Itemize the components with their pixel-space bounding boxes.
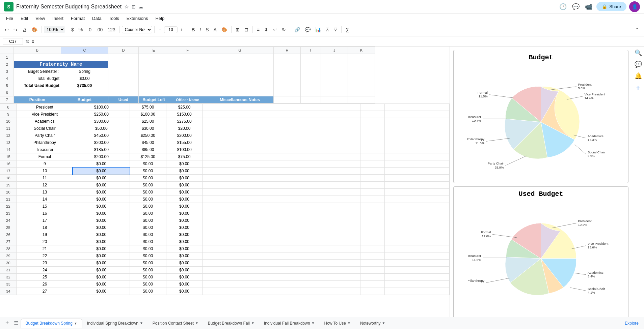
- cell-H2[interactable]: [274, 61, 301, 68]
- cloud-icon[interactable]: ☁: [138, 4, 143, 9]
- dec-decrease-button[interactable]: .0: [85, 26, 93, 34]
- strikethrough-button[interactable]: S: [204, 26, 211, 34]
- cell-J2[interactable]: [321, 61, 348, 68]
- col-header-C[interactable]: C: [61, 47, 108, 54]
- col-header-I[interactable]: I: [301, 47, 321, 54]
- sheet-menu-button[interactable]: ☰: [12, 319, 21, 328]
- dec-increase-button[interactable]: .00: [94, 26, 105, 34]
- align-v-button[interactable]: ⬍: [262, 26, 270, 34]
- tab-arrow-individual-fall[interactable]: ▼: [312, 321, 315, 325]
- cell-I5[interactable]: [301, 82, 321, 89]
- col-header-B[interactable]: B: [14, 47, 61, 54]
- col-header-F[interactable]: F: [169, 47, 206, 54]
- sidebar-add-icon[interactable]: +: [636, 84, 640, 92]
- tab-noteworthy[interactable]: Noteworthy ▼: [355, 319, 390, 328]
- filter-views-button[interactable]: ⊽: [332, 26, 339, 34]
- print-button[interactable]: 🖨: [20, 26, 29, 34]
- font-increase-button[interactable]: +: [178, 26, 185, 34]
- col-header-K[interactable]: K: [348, 47, 375, 54]
- cell-G2[interactable]: [206, 61, 274, 68]
- sidebar-chat-icon[interactable]: 💬: [635, 61, 642, 68]
- cell-fraternity-name[interactable]: Fraternity Name: [14, 61, 108, 68]
- spreadsheet-area[interactable]: B C D E F G H I J K 1: [0, 47, 450, 317]
- star-icon[interactable]: ☆: [124, 3, 129, 10]
- chart-button[interactable]: 📊: [313, 26, 323, 34]
- menu-data[interactable]: Data: [89, 14, 105, 22]
- borders-button[interactable]: ⊞: [234, 26, 242, 34]
- cell-I4[interactable]: [301, 75, 321, 82]
- tab-budget-breakdown-fall[interactable]: Budget Breakdown Fall ▼: [203, 319, 259, 328]
- font-select[interactable]: Courier New: [122, 26, 152, 33]
- cell-semester-label[interactable]: Buget Semester :: [14, 68, 61, 75]
- format-button[interactable]: 123: [105, 26, 117, 34]
- percent-button[interactable]: %: [77, 26, 85, 34]
- italic-button[interactable]: I: [197, 26, 203, 34]
- move-icon[interactable]: ⊡: [132, 4, 136, 9]
- cell-F3[interactable]: [169, 68, 206, 75]
- sidebar-explore-icon[interactable]: 🔍: [635, 49, 642, 57]
- cell-E5[interactable]: [139, 82, 169, 89]
- chat-icon[interactable]: 💬: [572, 3, 580, 10]
- cell-total-budget-value[interactable]: $0.00: [61, 75, 108, 82]
- font-color-button[interactable]: A: [212, 26, 219, 34]
- cell-total-budget-label[interactable]: Total Budget: [14, 75, 61, 82]
- zoom-select[interactable]: 100%: [44, 26, 65, 33]
- tab-individual-fall-breakdown[interactable]: Individual Fall Breakdown ▼: [259, 319, 320, 328]
- cell-F5[interactable]: [169, 82, 206, 89]
- menu-extensions[interactable]: Extensions: [123, 14, 152, 22]
- paint-format-button[interactable]: 🎨: [30, 26, 39, 34]
- menu-format[interactable]: Format: [68, 14, 88, 22]
- share-button[interactable]: 🔒 Share: [596, 2, 626, 11]
- cell-F1[interactable]: [169, 54, 206, 61]
- collapse-toolbar-button[interactable]: ⌃: [633, 26, 641, 34]
- cell-F2[interactable]: [169, 61, 206, 68]
- cell-total-used-label[interactable]: Total Used Budget: [14, 82, 61, 89]
- tab-arrow-individual-spring[interactable]: ▼: [140, 321, 143, 325]
- cell-G3[interactable]: [206, 68, 274, 75]
- fill-color-button[interactable]: 🎨: [219, 26, 229, 34]
- tab-arrow-budget-spring[interactable]: ▼: [74, 322, 77, 325]
- wrap-button[interactable]: ↵: [271, 26, 279, 34]
- cell-E3[interactable]: [139, 68, 169, 75]
- cell-E2[interactable]: [139, 61, 169, 68]
- functions-button[interactable]: ∑: [344, 26, 351, 34]
- add-sheet-button[interactable]: +: [3, 318, 12, 328]
- menu-insert[interactable]: Insert: [49, 14, 67, 22]
- cell-J4[interactable]: [321, 75, 348, 82]
- cell-J1[interactable]: [321, 54, 348, 61]
- tab-arrow-noteworthy[interactable]: ▼: [382, 321, 385, 325]
- cell-E1[interactable]: [139, 54, 169, 61]
- cell-C1[interactable]: [61, 54, 108, 61]
- currency-button[interactable]: $: [69, 26, 76, 34]
- menu-view[interactable]: View: [32, 14, 48, 22]
- cell-H4[interactable]: [274, 75, 301, 82]
- cell-H1[interactable]: [274, 54, 301, 61]
- tab-arrow-budget-fall[interactable]: ▼: [251, 321, 254, 325]
- cell-D5[interactable]: [108, 82, 139, 89]
- col-header-H[interactable]: H: [274, 47, 301, 54]
- cell-total-used-value[interactable]: $735.00: [61, 82, 108, 89]
- undo-button[interactable]: ↩: [3, 26, 11, 34]
- menu-tools[interactable]: Tools: [105, 14, 122, 22]
- video-icon[interactable]: 📹: [585, 3, 592, 10]
- tab-budget-breakdown-spring[interactable]: Budget Breakdown Spring ▼: [21, 319, 82, 328]
- bold-button[interactable]: B: [189, 26, 197, 34]
- align-h-button[interactable]: ≡: [255, 26, 262, 34]
- menu-file[interactable]: File: [3, 14, 17, 22]
- cell-B1[interactable]: [14, 54, 61, 61]
- col-header-G[interactable]: G: [206, 47, 274, 54]
- rotate-button[interactable]: ↻: [280, 26, 288, 34]
- cell-I1[interactable]: [301, 54, 321, 61]
- col-header-J[interactable]: J: [321, 47, 348, 54]
- cell-G4[interactable]: [206, 75, 274, 82]
- cell-G1[interactable]: [206, 54, 274, 61]
- cell-K1[interactable]: [348, 54, 375, 61]
- cell-E4[interactable]: [139, 75, 169, 82]
- col-header-E[interactable]: E: [139, 47, 169, 54]
- font-decrease-button[interactable]: −: [157, 26, 163, 34]
- cell-D1[interactable]: [108, 54, 139, 61]
- menu-help[interactable]: Help: [152, 14, 168, 22]
- tab-arrow-position-contact[interactable]: ▼: [195, 321, 198, 325]
- cell-K5[interactable]: [348, 82, 375, 89]
- history-icon[interactable]: 🕐: [559, 3, 567, 10]
